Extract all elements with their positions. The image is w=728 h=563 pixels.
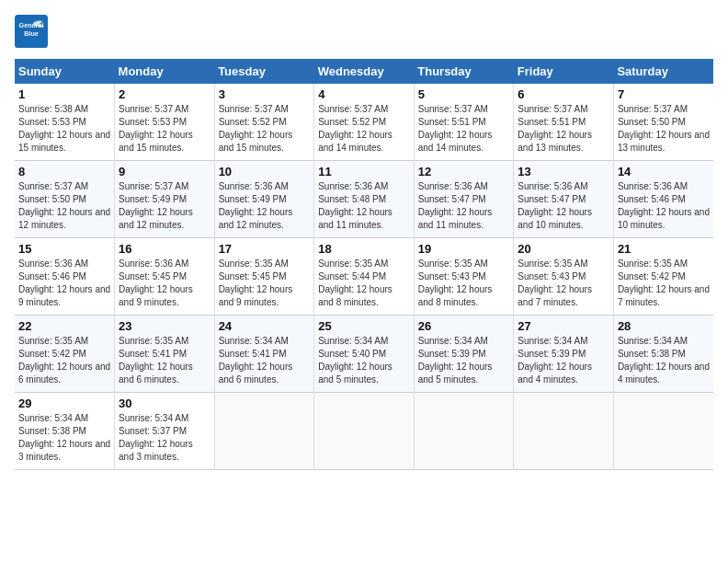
calendar-cell: 23Sunrise: 5:35 AMSunset: 5:41 PMDayligh…: [115, 316, 215, 393]
calendar-cell: 11Sunrise: 5:36 AMSunset: 5:48 PMDayligh…: [314, 161, 415, 238]
day-number: 28: [618, 319, 710, 333]
day-number: 3: [219, 87, 311, 101]
svg-text:Blue: Blue: [24, 29, 39, 38]
calendar-cell: 4Sunrise: 5:37 AMSunset: 5:52 PMDaylight…: [314, 84, 415, 161]
col-header-monday: Monday: [115, 59, 215, 84]
day-detail: Sunrise: 5:37 AMSunset: 5:50 PMDaylight:…: [618, 103, 710, 155]
day-number: 18: [318, 242, 410, 256]
day-detail: Sunrise: 5:34 AMSunset: 5:40 PMDaylight:…: [318, 335, 410, 386]
calendar-cell: 30Sunrise: 5:34 AMSunset: 5:37 PMDayligh…: [115, 393, 215, 470]
logo-icon: General Blue: [15, 15, 48, 48]
calendar-cell: 5Sunrise: 5:37 AMSunset: 5:51 PMDaylight…: [414, 84, 514, 161]
col-header-friday: Friday: [514, 59, 614, 84]
day-number: 9: [119, 165, 210, 178]
calendar-week-row: 1Sunrise: 5:38 AMSunset: 5:53 PMDaylight…: [15, 84, 713, 161]
day-number: 21: [618, 242, 710, 256]
calendar-cell: [414, 393, 514, 470]
day-detail: Sunrise: 5:37 AMSunset: 5:52 PMDaylight:…: [219, 103, 311, 155]
calendar-cell: 24Sunrise: 5:34 AMSunset: 5:41 PMDayligh…: [214, 316, 314, 393]
day-number: 26: [418, 319, 510, 333]
calendar-cell: 29Sunrise: 5:34 AMSunset: 5:38 PMDayligh…: [15, 393, 115, 470]
day-detail: Sunrise: 5:36 AMSunset: 5:46 PMDaylight:…: [618, 180, 710, 232]
col-header-wednesday: Wednesday: [314, 59, 415, 84]
day-number: 20: [518, 242, 609, 256]
day-detail: Sunrise: 5:36 AMSunset: 5:49 PMDaylight:…: [219, 180, 311, 232]
calendar-week-row: 8Sunrise: 5:37 AMSunset: 5:50 PMDaylight…: [15, 161, 713, 238]
calendar-cell: 10Sunrise: 5:36 AMSunset: 5:49 PMDayligh…: [214, 161, 314, 238]
calendar-cell: 3Sunrise: 5:37 AMSunset: 5:52 PMDaylight…: [214, 84, 314, 161]
calendar-week-row: 15Sunrise: 5:36 AMSunset: 5:46 PMDayligh…: [15, 238, 713, 316]
calendar-cell: 14Sunrise: 5:36 AMSunset: 5:46 PMDayligh…: [613, 161, 713, 238]
day-number: 2: [119, 87, 210, 101]
day-detail: Sunrise: 5:34 AMSunset: 5:38 PMDaylight:…: [18, 412, 110, 464]
calendar-cell: 13Sunrise: 5:36 AMSunset: 5:47 PMDayligh…: [514, 161, 614, 238]
day-number: 11: [318, 165, 410, 178]
day-number: 8: [18, 165, 110, 178]
day-number: 16: [119, 242, 210, 256]
calendar-cell: 22Sunrise: 5:35 AMSunset: 5:42 PMDayligh…: [15, 316, 115, 393]
day-detail: Sunrise: 5:34 AMSunset: 5:39 PMDaylight:…: [518, 335, 609, 386]
day-detail: Sunrise: 5:34 AMSunset: 5:41 PMDaylight:…: [219, 335, 311, 386]
day-number: 24: [219, 319, 311, 333]
day-detail: Sunrise: 5:37 AMSunset: 5:51 PMDaylight:…: [518, 103, 609, 155]
day-detail: Sunrise: 5:36 AMSunset: 5:46 PMDaylight:…: [18, 258, 110, 309]
day-detail: Sunrise: 5:37 AMSunset: 5:50 PMDaylight:…: [18, 180, 110, 232]
day-number: 7: [618, 87, 710, 101]
day-detail: Sunrise: 5:35 AMSunset: 5:45 PMDaylight:…: [219, 258, 311, 309]
day-number: 4: [318, 87, 410, 101]
day-detail: Sunrise: 5:34 AMSunset: 5:38 PMDaylight:…: [618, 335, 710, 386]
calendar-cell: 27Sunrise: 5:34 AMSunset: 5:39 PMDayligh…: [514, 316, 614, 393]
calendar-cell: 7Sunrise: 5:37 AMSunset: 5:50 PMDaylight…: [613, 84, 713, 161]
day-number: 23: [119, 319, 210, 333]
calendar-cell: 8Sunrise: 5:37 AMSunset: 5:50 PMDaylight…: [15, 161, 115, 238]
day-number: 15: [18, 242, 110, 256]
calendar-cell: [214, 393, 314, 470]
day-detail: Sunrise: 5:36 AMSunset: 5:47 PMDaylight:…: [518, 180, 609, 232]
day-detail: Sunrise: 5:38 AMSunset: 5:53 PMDaylight:…: [18, 103, 110, 155]
day-detail: Sunrise: 5:35 AMSunset: 5:42 PMDaylight:…: [618, 258, 710, 309]
day-number: 17: [219, 242, 311, 256]
calendar-cell: 15Sunrise: 5:36 AMSunset: 5:46 PMDayligh…: [15, 238, 115, 316]
calendar-week-row: 29Sunrise: 5:34 AMSunset: 5:38 PMDayligh…: [15, 393, 713, 470]
day-detail: Sunrise: 5:35 AMSunset: 5:41 PMDaylight:…: [119, 335, 210, 386]
day-detail: Sunrise: 5:37 AMSunset: 5:52 PMDaylight:…: [318, 103, 410, 155]
calendar-cell: [314, 393, 415, 470]
day-detail: Sunrise: 5:36 AMSunset: 5:48 PMDaylight:…: [318, 180, 410, 232]
calendar-cell: 26Sunrise: 5:34 AMSunset: 5:39 PMDayligh…: [414, 316, 514, 393]
calendar-cell: 9Sunrise: 5:37 AMSunset: 5:49 PMDaylight…: [115, 161, 215, 238]
calendar-week-row: 22Sunrise: 5:35 AMSunset: 5:42 PMDayligh…: [15, 316, 713, 393]
calendar-cell: 21Sunrise: 5:35 AMSunset: 5:42 PMDayligh…: [613, 238, 713, 316]
calendar-table: SundayMondayTuesdayWednesdayThursdayFrid…: [15, 59, 713, 470]
calendar-cell: 17Sunrise: 5:35 AMSunset: 5:45 PMDayligh…: [214, 238, 314, 316]
day-number: 27: [518, 319, 609, 333]
day-detail: Sunrise: 5:37 AMSunset: 5:49 PMDaylight:…: [119, 180, 210, 232]
calendar-cell: [514, 393, 614, 470]
day-number: 6: [518, 87, 609, 101]
day-detail: Sunrise: 5:35 AMSunset: 5:42 PMDaylight:…: [18, 335, 110, 386]
logo: General Blue: [15, 15, 51, 48]
day-number: 29: [18, 396, 110, 410]
day-detail: Sunrise: 5:36 AMSunset: 5:45 PMDaylight:…: [119, 258, 210, 309]
day-detail: Sunrise: 5:35 AMSunset: 5:44 PMDaylight:…: [318, 258, 410, 309]
day-number: 25: [318, 319, 410, 333]
day-detail: Sunrise: 5:34 AMSunset: 5:39 PMDaylight:…: [418, 335, 510, 386]
calendar-cell: 18Sunrise: 5:35 AMSunset: 5:44 PMDayligh…: [314, 238, 415, 316]
calendar-cell: 6Sunrise: 5:37 AMSunset: 5:51 PMDaylight…: [514, 84, 614, 161]
day-detail: Sunrise: 5:34 AMSunset: 5:37 PMDaylight:…: [119, 412, 210, 464]
col-header-saturday: Saturday: [613, 59, 713, 84]
day-number: 10: [219, 165, 311, 178]
day-number: 22: [18, 319, 110, 333]
col-header-thursday: Thursday: [414, 59, 514, 84]
day-number: 19: [418, 242, 510, 256]
day-detail: Sunrise: 5:35 AMSunset: 5:43 PMDaylight:…: [418, 258, 510, 309]
day-number: 14: [618, 165, 710, 178]
calendar-cell: 28Sunrise: 5:34 AMSunset: 5:38 PMDayligh…: [613, 316, 713, 393]
calendar-cell: 12Sunrise: 5:36 AMSunset: 5:47 PMDayligh…: [414, 161, 514, 238]
col-header-sunday: Sunday: [15, 59, 115, 84]
calendar-cell: 25Sunrise: 5:34 AMSunset: 5:40 PMDayligh…: [314, 316, 415, 393]
calendar-cell: [613, 393, 713, 470]
day-number: 1: [18, 87, 110, 101]
calendar-cell: 2Sunrise: 5:37 AMSunset: 5:53 PMDaylight…: [115, 84, 215, 161]
day-detail: Sunrise: 5:37 AMSunset: 5:53 PMDaylight:…: [119, 103, 210, 155]
day-number: 30: [119, 396, 210, 410]
